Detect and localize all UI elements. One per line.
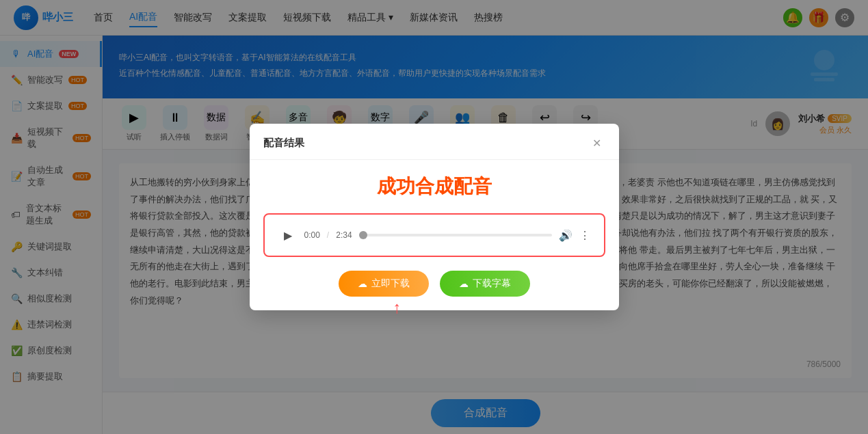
audio-player-box: ▶ 0:00 / 2:34 🔊 ⋮ [263, 213, 605, 257]
modal-title: 配音结果 [263, 137, 304, 150]
play-button[interactable]: ▶ [278, 226, 298, 245]
more-options-icon[interactable]: ⋮ [579, 229, 590, 242]
success-title: 成功合成配音 [263, 174, 605, 200]
audio-separator: / [327, 230, 329, 240]
audio-progress-bar[interactable] [359, 234, 552, 236]
audio-current-time: 0:00 [304, 230, 320, 240]
result-modal: 配音结果 ✕ 成功合成配音 ▶ 0:00 / 2:34 🔊 ⋮ [250, 124, 619, 310]
modal-body: 成功合成配音 ▶ 0:00 / 2:34 🔊 ⋮ ☁ 立即下载 [250, 160, 619, 310]
download-audio-button[interactable]: ☁ 立即下载 [339, 271, 429, 297]
modal-close-button[interactable]: ✕ [589, 135, 605, 151]
modal-overlay[interactable]: 配音结果 ✕ 成功合成配音 ▶ 0:00 / 2:34 🔊 ⋮ [0, 0, 868, 434]
download-subtitle-label: 下载字幕 [473, 277, 511, 290]
action-buttons: ☁ 立即下载 ☁ 下载字幕 ↑ [263, 271, 605, 297]
arrow-indicator: ↑ [393, 298, 402, 317]
download-audio-icon: ☁ [358, 278, 367, 289]
download-subtitle-button[interactable]: ☁ 下载字幕 [440, 271, 530, 297]
download-subtitle-icon: ☁ [459, 278, 469, 289]
download-audio-label: 立即下载 [371, 277, 410, 290]
volume-icon[interactable]: 🔊 [559, 229, 573, 242]
audio-total-time: 2:34 [336, 230, 352, 240]
audio-progress-thumb [359, 231, 367, 239]
audio-player: ▶ 0:00 / 2:34 🔊 ⋮ [278, 226, 590, 245]
modal-header: 配音结果 ✕ [250, 124, 619, 160]
